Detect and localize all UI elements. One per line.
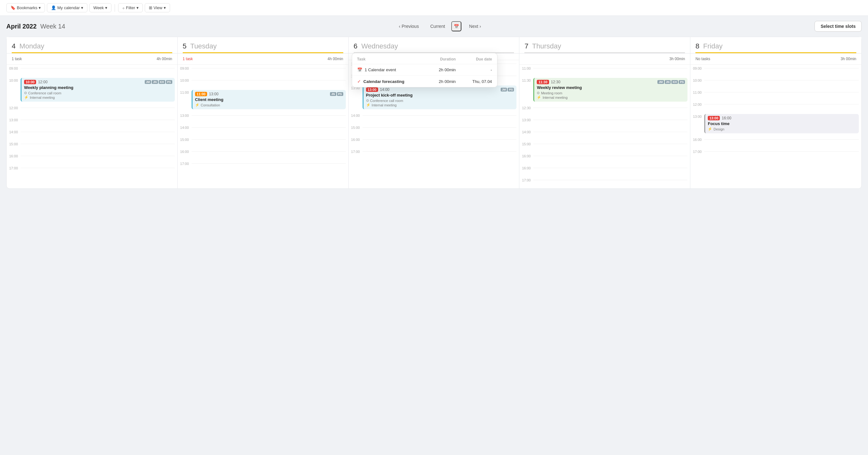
event-card[interactable]: 10:00 12:00 JM JN KH PS Weekly planning … [21,78,175,102]
time-label: 13:00 [180,113,192,118]
page-title: April 2022 Week 14 [6,23,65,30]
event-card[interactable]: 13:00 16:00 Focus time ⚡ Design [704,114,859,133]
event-card[interactable]: 11:00 13:00 JN PS Client meeting ⚡ Con [192,90,346,109]
time-label: 16:00 [522,154,533,158]
calendar-container: April 2022 Week 14 ‹ Previous Current 📅 … [0,16,868,454]
popup-due: - [461,67,492,72]
chevron-down-icon: ▾ [105,5,107,10]
event-title: Project kick-off meeting [366,93,514,97]
location-icon: ⊙ [24,91,27,95]
popup-row[interactable]: ✓ Calendar forecasting 2h 00min Thu, 07.… [352,76,497,87]
time-label: 15:00 [522,142,533,146]
popup-col-duration: Duration [425,57,456,61]
avatar: JM [657,80,664,84]
event-location: ⊙ Conference call room [24,91,172,95]
my-calendar-label: My calendar [57,5,80,10]
time-slot: 15:00 [351,124,517,136]
event-card[interactable]: 13:00 14:00 JM PS Project kick-off meeti… [363,86,517,109]
time-slot: 15:00 [9,140,175,152]
time-slot: 17:00 [9,164,175,176]
time-slot: 13:00 [9,116,175,128]
divider [115,4,115,12]
avatar: KH [671,80,678,84]
bolt-icon: ⚡ [537,95,541,99]
event-end-time: 16:00 [722,116,731,120]
time-slot-with-event: 13:00 13:00 16:00 Focus time ⚡ Design [693,113,859,136]
next-label: Next [469,24,478,29]
bookmarks-button[interactable]: 🔖 Bookmarks ▾ [6,3,45,12]
time-slot: 11:00 [522,65,687,77]
week-button[interactable]: Week ▾ [89,3,112,12]
select-time-slots-button[interactable]: Select time slots [814,21,862,32]
time-label: 11:00 [522,66,533,70]
event-type: ⚡ Internal meeting [537,95,685,99]
time-label: 16:00 [180,149,192,154]
day-number: 6 [354,42,358,50]
avatar: JM [501,88,507,92]
previous-button[interactable]: ‹ Previous [394,22,424,31]
current-label: Current [430,24,445,29]
time-slot: 16:00 [522,152,687,164]
popup-due: Thu, 07.04 [461,79,492,84]
avatar: KH [159,80,165,84]
time-label: 11:30 [522,78,533,82]
task-count: No tasks [695,57,710,61]
time-label: 13:00 [693,114,704,118]
popup-col-due: Due date [461,57,492,61]
event-start-badge: 10:00 [24,80,36,84]
day-number: 7 [524,42,528,50]
view-icon: ⊞ [149,5,152,10]
time-label: 09:00 [693,66,704,70]
time-label: 15:00 [180,137,192,142]
current-button[interactable]: Current [427,22,449,31]
task-duration: 3h 00min [841,57,856,61]
event-card[interactable]: 11:30 12:30 JM JN KH PS Weekly review me… [533,78,687,102]
time-slot: 09:00 [9,65,175,77]
popup-row[interactable]: 📅 1 Calendar event 2h 00min - [352,64,497,76]
view-button[interactable]: ⊞ View ▾ [145,3,170,12]
task-count: 1 task [12,57,22,61]
time-slot: 17:00 [693,148,859,160]
time-label: 16:00 [351,137,363,142]
time-slot: 14:00 [180,124,346,136]
time-label: 14:00 [522,129,533,134]
chevron-left-icon: ‹ [399,24,401,29]
event-end-time: 13:00 [209,92,218,96]
time-label: 12:00 [9,105,21,110]
time-slot: 16:00 [9,152,175,164]
time-label: 13:00 [522,118,533,122]
time-label: 12:30 [522,105,533,110]
event-start-badge: 13:00 [708,116,720,120]
calendar-picker-button[interactable]: 📅 [451,21,461,31]
time-slot-with-event: 11:00 11:00 13:00 JN PS Client [180,89,346,112]
next-button[interactable]: Next › [464,22,486,31]
time-label: 15:00 [351,125,363,129]
time-label: 13:00 [9,118,21,122]
filter-button[interactable]: ⬦ Filter ▾ [118,3,143,12]
time-slot: 14:00 [351,112,517,124]
person-icon: 👤 [51,5,56,10]
popup-duration: 2h 00min [425,67,456,72]
avatar: JN [152,80,158,84]
day-column-wednesday: 6 Wednesday Task Duration Due date 📅 [349,37,520,188]
time-slot: 15:00 [180,136,346,148]
time-label: 14:00 [351,113,363,118]
week-number: Week 14 [40,23,65,30]
day-stats-friday: No tasks 3h 00min [690,54,861,65]
day-column-thursday: 7 Thursday 3h 00min 11:00 11:30 [519,37,690,188]
filter-icon: ⬦ [122,5,125,10]
my-calendar-button[interactable]: 👤 My calendar ▾ [47,3,87,12]
time-slot: 17:00 [351,148,517,160]
bookmark-icon: 🔖 [10,5,16,10]
bolt-icon: ⚡ [195,103,199,107]
location-icon: ⊙ [537,91,539,95]
chevron-down-icon: ▾ [164,5,166,10]
avatar: PS [337,92,343,96]
popup-header: Task Duration Due date [352,53,497,64]
day-indicator [183,52,343,53]
time-slot: 16:00 [693,136,859,148]
time-label: 09:00 [180,66,192,70]
bolt-icon: ⚡ [24,95,29,99]
day-stats-thursday: 3h 00min [519,54,690,65]
event-type: ⚡ Design [708,127,856,131]
